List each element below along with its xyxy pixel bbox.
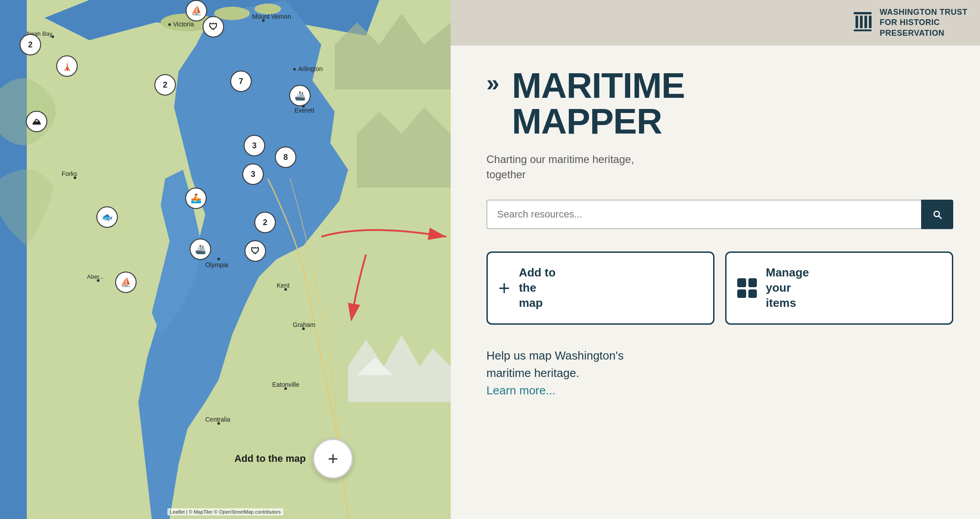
mountains-icon: ⛰	[32, 117, 41, 127]
learn-more-link[interactable]: Learn more...	[486, 384, 556, 397]
marker-value: 3	[251, 170, 255, 179]
svg-point-20	[217, 258, 220, 260]
marker-value: 8	[283, 153, 288, 162]
add-to-map-label: Add to the map	[234, 453, 306, 465]
lighthouse-icon: 🗼	[62, 61, 73, 71]
grid-icon	[737, 278, 757, 298]
ship-aberdeen-icon: ⛵	[120, 277, 132, 288]
marker-cluster-3-upper[interactable]: 3	[244, 135, 265, 156]
manage-items-button[interactable]: Manageyouritems	[725, 251, 953, 324]
panel-subtitle: Charting our maritime heritage,together	[486, 152, 953, 182]
org-name: WASHINGTON TRUST FOR HISTORIC PRESERVATI…	[880, 7, 968, 38]
add-to-map-circle-button[interactable]: +	[313, 439, 353, 479]
svg-rect-37	[864, 16, 867, 28]
search-icon	[932, 209, 943, 220]
marker-cluster-2-neahbay[interactable]: 2	[20, 34, 41, 55]
svg-text:Victoria: Victoria	[173, 21, 194, 28]
marker-value: 2	[263, 218, 267, 227]
marker-cluster-7[interactable]: 7	[230, 71, 252, 92]
shield-olympia-icon: 🛡	[251, 246, 260, 256]
map-background: Victoria Arlington Everett Neah Bay Fork…	[0, 0, 451, 519]
svg-point-10	[293, 68, 296, 71]
svg-rect-36	[860, 16, 863, 28]
marker-shield-top[interactable]: 🛡	[203, 16, 224, 38]
search-input[interactable]	[486, 200, 921, 229]
marker-value: 3	[252, 141, 257, 151]
panel-title: MARITIME MAPPER	[512, 68, 685, 139]
svg-text:Mount Vernon: Mount Vernon	[252, 13, 291, 20]
svg-text:Kent: Kent	[277, 282, 290, 289]
marker-cluster-2-mid[interactable]: 2	[154, 74, 176, 96]
org-logo: WASHINGTON TRUST FOR HISTORIC PRESERVATI…	[852, 7, 968, 38]
marker-shield-olympia[interactable]: 🛡	[245, 240, 266, 262]
svg-point-8	[168, 23, 171, 26]
svg-rect-1	[0, 0, 27, 519]
marker-value: 7	[239, 77, 243, 86]
marker-ship-top[interactable]: ⛵	[186, 0, 207, 21]
svg-rect-35	[855, 16, 858, 28]
marker-lighthouse[interactable]: 🗼	[56, 55, 78, 77]
marker-ship-olympia[interactable]: 🚢	[190, 239, 211, 260]
plus-icon: +	[328, 449, 338, 469]
org-logo-icon	[852, 10, 873, 35]
marker-cluster-2-lower[interactable]: 2	[254, 212, 276, 233]
shield-icon: 🛡	[209, 22, 218, 32]
kayak-icon: 🚣	[191, 193, 202, 204]
panel-title-row: » MARITIME MAPPER	[486, 68, 953, 139]
marker-cluster-8[interactable]: 8	[275, 146, 296, 168]
help-text: Help us map Washington'smaritime heritag…	[486, 347, 953, 399]
map-container[interactable]: Victoria Arlington Everett Neah Bay Fork…	[0, 0, 451, 519]
panel-content: » MARITIME MAPPER Charting our maritime …	[451, 46, 980, 519]
marker-ship-aberdeen[interactable]: ⛵	[115, 272, 137, 293]
svg-text:Eatonville: Eatonville	[272, 381, 299, 388]
ferry-icon: 🚢	[295, 90, 306, 101]
panel-chevrons: »	[486, 71, 499, 95]
marker-ferry[interactable]: 🚢	[289, 85, 311, 106]
marker-fish[interactable]: 🐟	[96, 206, 118, 228]
marker-kayak[interactable]: 🚣	[185, 188, 207, 209]
right-panel: WASHINGTON TRUST FOR HISTORIC PRESERVATI…	[451, 0, 980, 519]
manage-items-button-label: Manageyouritems	[766, 265, 809, 310]
marker-value: 2	[28, 40, 33, 50]
marker-mountains[interactable]: ⛰	[26, 111, 47, 132]
action-buttons: + Add tothemap Manageyouritems	[486, 251, 953, 324]
search-button[interactable]	[921, 200, 953, 229]
marker-cluster-3-lower[interactable]: 3	[242, 163, 264, 185]
fish-icon: 🐟	[102, 212, 113, 222]
ship-olympia-icon: 🚢	[195, 244, 206, 255]
svg-text:Everett: Everett	[295, 107, 314, 114]
panel-header: WASHINGTON TRUST FOR HISTORIC PRESERVATI…	[451, 0, 980, 46]
search-row	[486, 200, 953, 229]
svg-rect-34	[854, 12, 872, 14]
ship-icon: ⛵	[191, 5, 202, 16]
svg-text:Forks: Forks	[62, 170, 77, 177]
svg-text:Centralia: Centralia	[205, 416, 230, 423]
marker-value: 2	[163, 80, 167, 90]
add-to-map-button[interactable]: + Add tothemap	[486, 251, 714, 324]
svg-rect-39	[854, 29, 872, 31]
map-attribution: Leaflet | © MapTiler © OpenStreetMap con…	[167, 508, 283, 515]
svg-text:Graham: Graham	[293, 321, 316, 328]
add-to-map-floating[interactable]: Add to the map +	[234, 439, 353, 479]
svg-rect-38	[869, 16, 872, 28]
svg-text:Arlington: Arlington	[298, 65, 323, 72]
svg-text:Olympia: Olympia	[205, 261, 228, 268]
add-to-map-button-label: Add tothemap	[519, 265, 556, 310]
add-icon: +	[498, 278, 510, 298]
svg-text:Aber...: Aber...	[87, 273, 104, 280]
